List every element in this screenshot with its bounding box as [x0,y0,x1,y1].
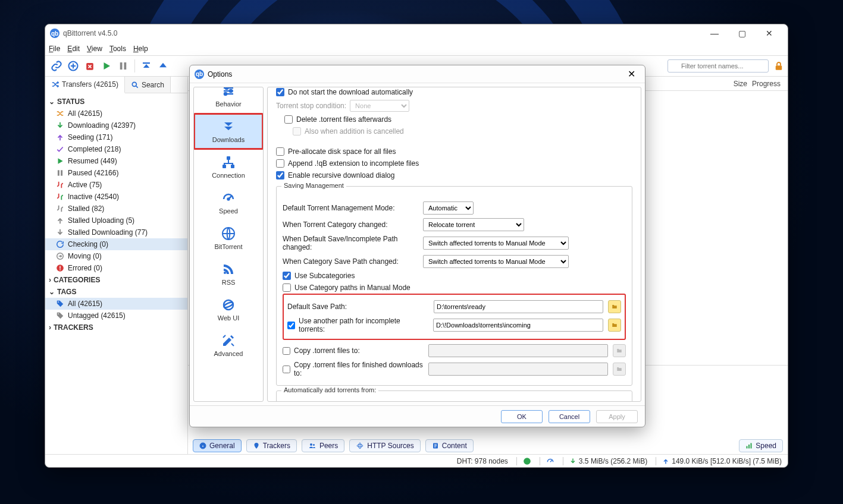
ok-button[interactable]: OK [501,410,543,423]
tab-content[interactable]: Content [425,439,474,452]
tab-search[interactable]: Search [125,77,171,93]
sidebar-completed[interactable]: Completed (218) [45,143,187,155]
cat-speed[interactable]: Speed [194,185,263,220]
saving-management-group: Saving Management Default Torrent Manage… [276,186,632,386]
sidebar-resumed[interactable]: Resumed (449) [45,155,187,167]
pause-icon[interactable] [115,58,131,74]
chk-append-qb[interactable] [276,159,284,168]
tab-peers[interactable]: Peers [302,439,344,452]
sidebar-moving[interactable]: Moving (0) [45,250,187,262]
cat-bittorrent[interactable]: BitTorrent [194,220,263,256]
browse-copy-torrent-button[interactable] [613,344,626,357]
options-settings-pane: Do not start the download automatically … [267,87,641,402]
chk-cat-manual[interactable] [283,284,291,292]
cat-changed-select[interactable]: Relocate torrent [423,218,524,231]
move-top-icon[interactable] [139,58,154,74]
chk-no-auto-start[interactable] [276,88,284,96]
svg-point-26 [224,93,227,95]
default-mode-select[interactable]: Automatic [423,201,474,215]
svg-rect-22 [751,443,752,449]
chk-also-cancel[interactable] [293,127,301,136]
cat-advanced[interactable]: Advanced [194,327,263,363]
chk-recursive[interactable] [276,171,284,179]
col-size[interactable]: Size [734,80,747,88]
sidebar-stalled-down[interactable]: Stalled Downloading (77) [45,226,187,238]
sidebar-seeding[interactable]: Seeding (171) [45,131,187,143]
options-category-list: Behavior Downloads Connection Speed BitT… [193,87,264,402]
chk-prealloc[interactable] [276,147,284,156]
cat-downloads[interactable]: Downloads [194,114,263,149]
minimize-button[interactable]: — [701,25,728,42]
add-link-icon[interactable] [49,58,64,74]
sidebar-tag-all[interactable]: All (42615) [45,298,187,310]
svg-point-25 [230,90,232,92]
svg-point-24 [225,87,228,89]
tab-general[interactable]: General [193,439,242,452]
copy-finished-path-input[interactable] [428,363,608,376]
trackers-header[interactable]: ›TRACKERS [45,322,187,333]
add-torrent-icon[interactable] [65,58,81,74]
catpath-changed-select[interactable]: Switch affected torrents to Manual Mode [423,255,569,268]
options-dialog: qb Options ✕ Behavior Downloads Connecti… [189,65,645,427]
close-button[interactable]: ✕ [756,25,783,42]
status-header[interactable]: ⌄STATUS [45,96,187,108]
filter-input[interactable] [667,59,769,73]
cat-webui[interactable]: Web UI [194,292,263,327]
delete-icon[interactable] [82,58,98,74]
status-net-icon[interactable] [516,457,531,465]
sidebar-paused[interactable]: Paused (42166) [45,167,187,179]
sidebar-downloading[interactable]: Downloading (42397) [45,119,187,131]
copy-torrent-path-input[interactable] [428,344,608,357]
tab-speed[interactable]: Speed [739,439,783,452]
sidebar-stalled[interactable]: Stalled (82) [45,203,187,215]
svg-rect-29 [231,165,234,168]
browse-incomplete-path-button[interactable] [608,319,621,332]
menubar: File Edit View Tools Help [45,42,788,55]
sidebar-untagged[interactable]: Untagged (42615) [45,310,187,322]
tab-http[interactable]: HTTP Sources [349,439,420,452]
status-speedlimit-icon[interactable] [540,457,554,465]
tab-transfers-label: Transfers (42615) [62,80,118,89]
sidebar-checking[interactable]: Checking (0) [45,238,187,250]
col-progress[interactable]: Progress [752,80,781,88]
tab-transfers[interactable]: Transfers (42615) [45,77,125,93]
status-upload: 149.0 KiB/s [512.0 KiB/s] (7.5 MiB) [656,457,782,465]
default-save-path-input[interactable] [434,300,603,313]
resume-icon[interactable] [99,58,114,74]
sidebar-errored[interactable]: Errored (0) [45,262,187,274]
tab-search-label: Search [142,81,164,89]
categories-header[interactable]: ›CATEGORIES [45,274,187,286]
incomplete-path-input[interactable] [433,319,603,332]
defpath-changed-select[interactable]: Switch affected torrents to Manual Mode [423,237,569,250]
stop-condition-select[interactable]: None [350,100,409,112]
browse-copy-finished-button[interactable] [613,363,626,376]
sidebar-all[interactable]: All (42615) [45,108,187,119]
dialog-footer: OK Cancel Apply [190,405,645,427]
chk-copy-torrent[interactable] [283,347,290,355]
menu-help[interactable]: Help [133,45,148,53]
cat-behavior[interactable]: Behavior [194,87,263,114]
dialog-close-button[interactable]: ✕ [622,67,640,81]
chk-delete-torrent[interactable] [284,115,293,124]
menu-view[interactable]: View [87,45,102,53]
chk-copy-finished[interactable] [283,366,290,373]
sidebar-inactive[interactable]: Inactive (42540) [45,191,187,203]
apply-button[interactable]: Apply [596,410,638,423]
sidebar-stalled-up[interactable]: Stalled Uploading (5) [45,215,187,226]
move-up-icon[interactable] [155,58,171,74]
chk-subcategories[interactable] [283,272,291,280]
chk-incomplete-path[interactable] [287,322,295,329]
lock-icon[interactable] [773,61,784,71]
cat-rss[interactable]: RSS [194,256,263,292]
tags-header[interactable]: ⌄TAGS [45,286,187,298]
menu-edit[interactable]: Edit [67,45,80,53]
cat-connection[interactable]: Connection [194,149,263,185]
browse-default-path-button[interactable] [608,300,621,313]
cancel-button[interactable]: Cancel [549,410,590,423]
tab-trackers[interactable]: Trackers [246,439,297,452]
sidebar-active[interactable]: Active (75) [45,179,187,191]
menu-file[interactable]: File [49,45,60,53]
menu-tools[interactable]: Tools [109,45,126,53]
svg-rect-7 [58,170,59,175]
maximize-button[interactable]: ▢ [728,25,756,42]
